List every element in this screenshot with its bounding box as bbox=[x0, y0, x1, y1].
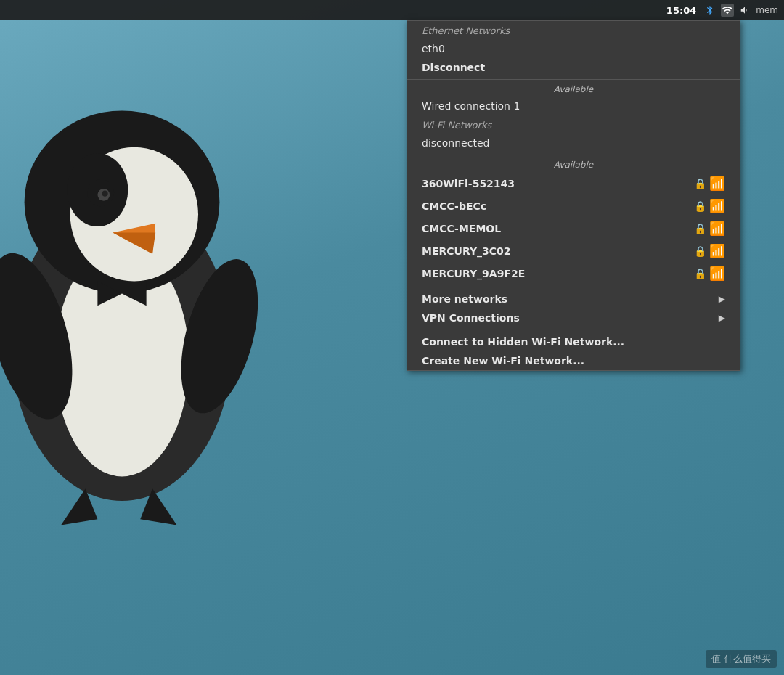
separator-3 bbox=[407, 287, 740, 287]
volume-icon[interactable] bbox=[738, 4, 751, 17]
vpn-connections-arrow: ▶ bbox=[719, 313, 725, 323]
wifi-mercury-3c02-ssid: MERCURY_3C02 bbox=[422, 245, 511, 257]
wifi-cmcc-bECc-icons: 🔒 📶 bbox=[694, 198, 725, 213]
wired-connection-item[interactable]: Wired connection 1 bbox=[407, 97, 740, 115]
taskbar-right: 15:04 mem bbox=[666, 4, 778, 17]
wifi-360-ssid: 360WiFi-552143 bbox=[422, 178, 515, 189]
wifi-cmcc-bECc-lock: 🔒 bbox=[694, 200, 706, 212]
wifi-cmcc-bECc-item[interactable]: CMCC-bECc 🔒 📶 bbox=[407, 195, 740, 217]
wifi-mercury-9a9f2e-item[interactable]: MERCURY_9A9F2E 🔒 📶 bbox=[407, 262, 740, 285]
wifi-mercury-9a9f2e-lock: 🔒 bbox=[694, 268, 706, 279]
connect-hidden-item[interactable]: Connect to Hidden Wi-Fi Network... bbox=[407, 332, 740, 351]
wifi-mercury-3c02-lock: 🔒 bbox=[694, 245, 706, 257]
wifi-cmcc-bECc-signal: 📶 bbox=[709, 198, 725, 213]
disconnect-item[interactable]: Disconnect bbox=[407, 58, 740, 77]
bluetooth-icon[interactable] bbox=[703, 4, 716, 17]
wifi-cmcc-memol-item[interactable]: CMCC-MEMOL 🔒 📶 bbox=[407, 217, 740, 240]
disconnect-label: Disconnect bbox=[422, 62, 485, 73]
ethernet-available: Available bbox=[407, 82, 740, 97]
wifi-mercury-9a9f2e-signal: 📶 bbox=[709, 266, 725, 281]
ethernet-section-header: Ethernet Networks bbox=[407, 21, 740, 39]
wifi-mercury-9a9f2e-icons: 🔒 📶 bbox=[694, 266, 725, 281]
wifi-mercury-3c02-signal: 📶 bbox=[709, 243, 725, 258]
taskbar-mem-label: mem bbox=[756, 5, 778, 15]
desktop: 15:04 mem Ethernet N bbox=[0, 0, 784, 675]
wifi-cmcc-bECc-ssid: CMCC-bECc bbox=[422, 200, 486, 212]
wifi-360-icons: 🔒 📶 bbox=[694, 176, 725, 191]
wifi-360-signal: 📶 bbox=[709, 176, 725, 191]
wifi-section-header: Wi-Fi Networks bbox=[407, 115, 740, 134]
more-networks-arrow: ▶ bbox=[719, 294, 725, 304]
wifi-cmcc-memol-ssid: CMCC-MEMOL bbox=[422, 223, 501, 234]
separator-4 bbox=[407, 330, 740, 330]
connect-hidden-label: Connect to Hidden Wi-Fi Network... bbox=[422, 336, 624, 348]
wifi-disconnected-item: disconnected bbox=[407, 134, 740, 152]
vpn-connections-label: VPN Connections bbox=[422, 312, 520, 324]
wifi-mercury-9a9f2e-ssid: MERCURY_9A9F2E bbox=[422, 268, 525, 279]
wifi-360-item[interactable]: 360WiFi-552143 🔒 📶 bbox=[407, 172, 740, 195]
more-networks-label: More networks bbox=[422, 293, 507, 305]
separator-1 bbox=[407, 79, 740, 80]
wifi-cmcc-memol-signal: 📶 bbox=[709, 221, 725, 236]
vpn-connections-item[interactable]: VPN Connections ▶ bbox=[407, 308, 740, 327]
network-menu: Ethernet Networks eth0 Disconnect Availa… bbox=[407, 20, 740, 371]
eth0-item[interactable]: eth0 bbox=[407, 39, 740, 58]
wifi-available: Available bbox=[407, 158, 740, 172]
wifi-disconnected-label: disconnected bbox=[422, 137, 489, 149]
taskbar-time: 15:04 bbox=[666, 5, 696, 16]
separator-2 bbox=[407, 155, 740, 155]
create-new-item[interactable]: Create New Wi-Fi Network... bbox=[407, 351, 740, 370]
penguin-illustration bbox=[0, 44, 363, 675]
svg-point-7 bbox=[102, 190, 107, 196]
watermark: 值 什么值得买 bbox=[706, 650, 777, 668]
wifi-360-lock: 🔒 bbox=[694, 178, 706, 189]
wired-connection-label: Wired connection 1 bbox=[422, 100, 520, 112]
taskbar: 15:04 mem bbox=[0, 0, 784, 20]
more-networks-item[interactable]: More networks ▶ bbox=[407, 290, 740, 308]
wifi-mercury-3c02-icons: 🔒 📶 bbox=[694, 243, 725, 258]
eth0-label: eth0 bbox=[422, 43, 445, 54]
network-icon[interactable] bbox=[721, 4, 734, 17]
wifi-cmcc-memol-lock: 🔒 bbox=[694, 223, 706, 234]
wifi-cmcc-memol-icons: 🔒 📶 bbox=[694, 221, 725, 236]
wifi-mercury-3c02-item[interactable]: MERCURY_3C02 🔒 📶 bbox=[407, 240, 740, 262]
create-new-label: Create New Wi-Fi Network... bbox=[422, 355, 584, 367]
